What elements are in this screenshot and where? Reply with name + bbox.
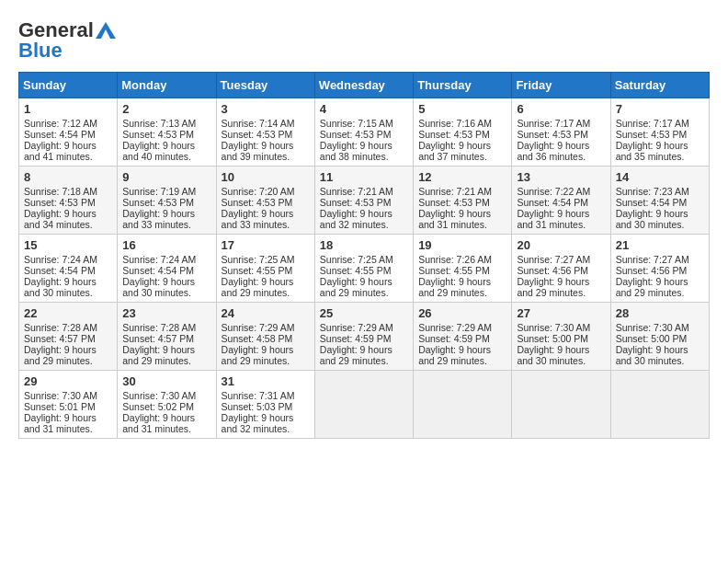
calendar-cell: 27Sunrise: 7:30 AMSunset: 5:00 PMDayligh…	[512, 303, 610, 371]
day-number: 16	[122, 238, 210, 252]
daylight: Daylight: 9 hours and 30 minutes.	[616, 344, 688, 366]
sunrise: Sunrise: 7:14 AM	[222, 118, 295, 129]
calendar-cell: 21Sunrise: 7:27 AMSunset: 4:56 PMDayligh…	[610, 235, 709, 303]
day-number: 19	[418, 238, 506, 252]
col-header-sunday: Sunday	[19, 73, 118, 98]
sunrise: Sunrise: 7:19 AM	[122, 186, 196, 197]
page-header: General Blue	[18, 18, 710, 63]
sunrise: Sunrise: 7:12 AM	[24, 118, 97, 129]
sunset: Sunset: 4:56 PM	[616, 265, 688, 276]
calendar-cell: 25Sunrise: 7:29 AMSunset: 4:59 PMDayligh…	[314, 303, 413, 371]
logo-blue: Blue	[18, 39, 63, 63]
day-number: 29	[24, 374, 112, 388]
calendar-week-row: 8Sunrise: 7:18 AMSunset: 4:53 PMDaylight…	[19, 167, 710, 235]
sunrise: Sunrise: 7:18 AM	[24, 186, 97, 197]
sunrise: Sunrise: 7:26 AM	[418, 254, 492, 265]
sunset: Sunset: 4:53 PM	[222, 197, 293, 208]
sunrise: Sunrise: 7:30 AM	[122, 390, 196, 401]
daylight: Daylight: 9 hours and 32 minutes.	[222, 412, 294, 434]
sunset: Sunset: 4:53 PM	[418, 129, 490, 140]
calendar-cell: 17Sunrise: 7:25 AMSunset: 4:55 PMDayligh…	[216, 235, 314, 303]
calendar-cell: 23Sunrise: 7:28 AMSunset: 4:57 PMDayligh…	[118, 303, 216, 371]
sunset: Sunset: 4:54 PM	[122, 265, 194, 276]
calendar-cell: 20Sunrise: 7:27 AMSunset: 4:56 PMDayligh…	[512, 235, 610, 303]
day-number: 22	[24, 306, 112, 320]
day-number: 14	[616, 170, 704, 184]
calendar-cell: 4Sunrise: 7:15 AMSunset: 4:53 PMDaylight…	[314, 98, 413, 167]
sunset: Sunset: 4:56 PM	[517, 265, 588, 276]
calendar-week-row: 1Sunrise: 7:12 AMSunset: 4:54 PMDaylight…	[19, 98, 710, 167]
day-number: 28	[616, 306, 704, 320]
sunrise: Sunrise: 7:17 AM	[517, 118, 590, 129]
day-number: 18	[320, 238, 408, 252]
calendar-cell	[512, 371, 610, 439]
col-header-monday: Monday	[118, 73, 216, 98]
sunrise: Sunrise: 7:31 AM	[222, 390, 295, 401]
day-number: 3	[222, 102, 310, 116]
sunset: Sunset: 5:02 PM	[122, 401, 194, 412]
day-number: 7	[616, 102, 704, 116]
calendar-cell: 8Sunrise: 7:18 AMSunset: 4:53 PMDaylight…	[19, 167, 118, 235]
calendar-cell: 1Sunrise: 7:12 AMSunset: 4:54 PMDaylight…	[19, 98, 118, 167]
calendar-table: SundayMondayTuesdayWednesdayThursdayFrid…	[18, 72, 710, 439]
sunrise: Sunrise: 7:25 AM	[320, 254, 393, 265]
sunset: Sunset: 4:53 PM	[418, 197, 490, 208]
sunset: Sunset: 4:53 PM	[616, 129, 688, 140]
calendar-cell: 16Sunrise: 7:24 AMSunset: 4:54 PMDayligh…	[118, 235, 216, 303]
col-header-saturday: Saturday	[610, 73, 709, 98]
calendar-cell: 18Sunrise: 7:25 AMSunset: 4:55 PMDayligh…	[314, 235, 413, 303]
sunrise: Sunrise: 7:13 AM	[122, 118, 196, 129]
daylight: Daylight: 9 hours and 40 minutes.	[122, 140, 195, 162]
col-header-tuesday: Tuesday	[216, 73, 314, 98]
sunrise: Sunrise: 7:30 AM	[517, 322, 590, 333]
sunrise: Sunrise: 7:28 AM	[24, 322, 97, 333]
sunset: Sunset: 4:58 PM	[222, 333, 293, 344]
daylight: Daylight: 9 hours and 29 minutes.	[320, 276, 392, 298]
calendar-cell: 10Sunrise: 7:20 AMSunset: 4:53 PMDayligh…	[216, 167, 314, 235]
calendar-cell: 12Sunrise: 7:21 AMSunset: 4:53 PMDayligh…	[414, 167, 512, 235]
calendar-cell: 30Sunrise: 7:30 AMSunset: 5:02 PMDayligh…	[118, 371, 216, 439]
calendar-week-row: 22Sunrise: 7:28 AMSunset: 4:57 PMDayligh…	[19, 303, 710, 371]
day-number: 21	[616, 238, 704, 252]
sunrise: Sunrise: 7:29 AM	[418, 322, 492, 333]
sunrise: Sunrise: 7:25 AM	[222, 254, 295, 265]
sunset: Sunset: 5:00 PM	[616, 333, 688, 344]
day-number: 5	[418, 102, 506, 116]
daylight: Daylight: 9 hours and 29 minutes.	[222, 276, 294, 298]
sunrise: Sunrise: 7:15 AM	[320, 118, 393, 129]
daylight: Daylight: 9 hours and 32 minutes.	[320, 208, 392, 230]
daylight: Daylight: 9 hours and 29 minutes.	[616, 276, 688, 298]
calendar-cell: 3Sunrise: 7:14 AMSunset: 4:53 PMDaylight…	[216, 98, 314, 167]
col-header-thursday: Thursday	[414, 73, 512, 98]
sunrise: Sunrise: 7:27 AM	[616, 254, 689, 265]
calendar-cell: 31Sunrise: 7:31 AMSunset: 5:03 PMDayligh…	[216, 371, 314, 439]
day-number: 27	[517, 306, 605, 320]
sunrise: Sunrise: 7:29 AM	[320, 322, 393, 333]
day-number: 12	[418, 170, 506, 184]
calendar-cell: 9Sunrise: 7:19 AMSunset: 4:53 PMDaylight…	[118, 167, 216, 235]
sunset: Sunset: 4:59 PM	[320, 333, 392, 344]
daylight: Daylight: 9 hours and 29 minutes.	[24, 344, 97, 366]
daylight: Daylight: 9 hours and 29 minutes.	[418, 276, 491, 298]
sunset: Sunset: 4:55 PM	[418, 265, 490, 276]
day-number: 6	[517, 102, 605, 116]
sunset: Sunset: 5:00 PM	[517, 333, 588, 344]
day-number: 11	[320, 170, 408, 184]
daylight: Daylight: 9 hours and 37 minutes.	[418, 140, 491, 162]
calendar-cell: 11Sunrise: 7:21 AMSunset: 4:53 PMDayligh…	[314, 167, 413, 235]
day-number: 25	[320, 306, 408, 320]
calendar-cell: 2Sunrise: 7:13 AMSunset: 4:53 PMDaylight…	[118, 98, 216, 167]
day-number: 4	[320, 102, 408, 116]
daylight: Daylight: 9 hours and 36 minutes.	[517, 140, 589, 162]
calendar-cell: 28Sunrise: 7:30 AMSunset: 5:00 PMDayligh…	[610, 303, 709, 371]
daylight: Daylight: 9 hours and 31 minutes.	[418, 208, 491, 230]
calendar-cell: 22Sunrise: 7:28 AMSunset: 4:57 PMDayligh…	[19, 303, 118, 371]
daylight: Daylight: 9 hours and 30 minutes.	[122, 276, 195, 298]
calendar-cell: 29Sunrise: 7:30 AMSunset: 5:01 PMDayligh…	[19, 371, 118, 439]
daylight: Daylight: 9 hours and 31 minutes.	[122, 412, 195, 434]
sunrise: Sunrise: 7:17 AM	[616, 118, 689, 129]
sunset: Sunset: 4:53 PM	[24, 197, 96, 208]
sunrise: Sunrise: 7:16 AM	[418, 118, 492, 129]
sunrise: Sunrise: 7:24 AM	[24, 254, 97, 265]
daylight: Daylight: 9 hours and 29 minutes.	[517, 276, 589, 298]
